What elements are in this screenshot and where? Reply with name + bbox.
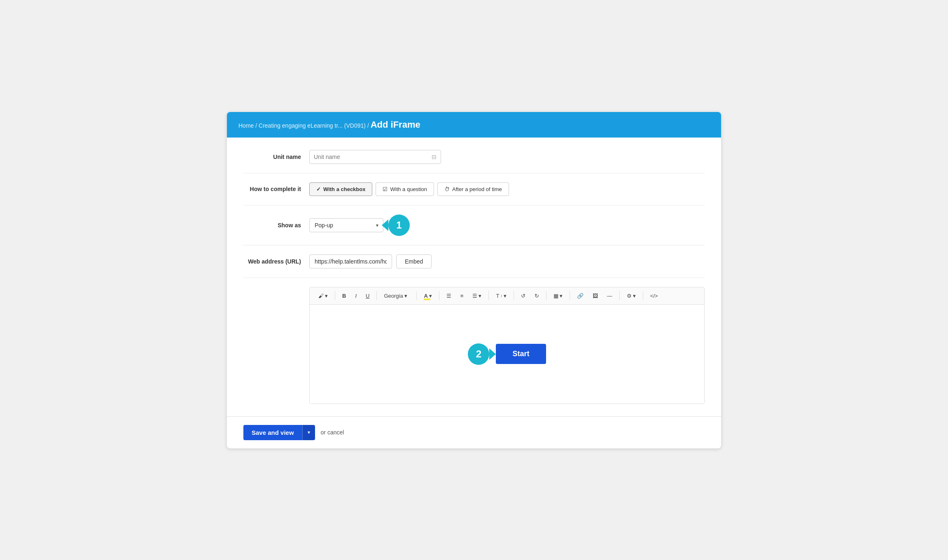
toolbar-sep-6 — [514, 291, 514, 300]
completion-time-btn[interactable]: ⏱ After a period of time — [437, 182, 509, 196]
color-letter: A — [424, 293, 427, 299]
toolbar-sep-2 — [376, 291, 377, 300]
web-address-label: Web address (URL) — [243, 258, 309, 265]
heading-btn[interactable]: T ↕ ▾ — [492, 291, 510, 301]
checkbox-icon: ✓ — [316, 186, 321, 192]
image-icon: 🖼 — [593, 293, 598, 299]
italic-btn[interactable]: I — [351, 291, 360, 301]
completion-options: ✓ With a checkbox ☑ With a question ⏱ Af… — [309, 182, 509, 196]
start-area: 2 Start — [468, 343, 546, 365]
completion-question-btn[interactable]: ☑ With a question — [376, 182, 434, 196]
save-dropdown-arrow: ▾ — [308, 429, 310, 435]
toolbar-sep-3 — [416, 291, 417, 300]
toolbar-sep-5 — [488, 291, 489, 300]
redo-icon: ↻ — [535, 293, 539, 299]
font-btn[interactable]: Georgia ▾ — [380, 291, 413, 301]
table-dropdown: ▾ — [560, 293, 563, 299]
align-btn[interactable]: ☰ ▾ — [469, 291, 485, 301]
code-btn[interactable]: </> — [647, 291, 662, 301]
font-label: Georgia — [384, 293, 403, 299]
image-btn[interactable]: 🖼 — [589, 291, 602, 301]
editor-body[interactable]: 2 Start — [310, 305, 704, 404]
save-dropdown-button[interactable]: ▾ — [302, 425, 315, 440]
link-btn[interactable]: 🔗 — [573, 291, 587, 301]
show-as-select-wrapper: Pop-up Inline Full page — [309, 218, 383, 232]
brush-dropdown: ▾ — [325, 293, 328, 299]
numbered-list-btn[interactable]: ≡ — [457, 291, 467, 301]
color-dropdown-icon: ▾ — [429, 293, 432, 299]
toolbar-sep-1 — [335, 291, 335, 300]
align-icon: ☰ — [472, 293, 477, 299]
breadcrumb-sep: / — [255, 122, 259, 129]
web-address-row: Web address (URL) Embed — [243, 254, 705, 278]
bold-btn[interactable]: B — [339, 291, 350, 301]
hr-icon: — — [607, 293, 612, 299]
numbered-icon: ≡ — [460, 293, 464, 299]
unit-name-field-wrapper: ⊟ — [309, 150, 441, 164]
callout-1: 1 — [388, 215, 410, 236]
callout-2-number: 2 — [476, 348, 481, 360]
bullet-icon: ☰ — [446, 293, 451, 299]
table-btn[interactable]: ▦ ▾ — [550, 291, 566, 301]
header: Home / Creating engaging eLearning tr...… — [227, 112, 721, 138]
toolbar-sep-4 — [439, 291, 439, 300]
breadcrumb-id: (VD091) — [344, 122, 366, 129]
cancel-text[interactable]: or cancel — [321, 429, 344, 436]
toolbar-sep-9 — [619, 291, 620, 300]
redo-btn[interactable]: ↻ — [531, 291, 543, 301]
settings-icon: ⚙ — [627, 293, 632, 299]
unit-name-label: Unit name — [243, 154, 309, 160]
table-icon: ▦ — [553, 293, 558, 299]
footer: Save and view ▾ or cancel — [227, 416, 721, 448]
color-bar — [424, 299, 430, 300]
url-input[interactable] — [309, 254, 392, 268]
completion-checkbox-btn[interactable]: ✓ With a checkbox — [309, 182, 372, 196]
toolbar-sep-8 — [570, 291, 570, 300]
underline-btn[interactable]: U — [362, 291, 373, 301]
start-button[interactable]: Start — [496, 344, 546, 364]
web-address-controls: Embed — [309, 254, 432, 268]
question-icon: ☑ — [383, 186, 388, 192]
code-icon: </> — [650, 293, 658, 299]
callout-1-number: 1 — [396, 219, 402, 231]
breadcrumb-course[interactable]: Creating engaging eLearning tr... — [259, 122, 343, 129]
toolbar-sep-7 — [546, 291, 546, 300]
embed-button[interactable]: Embed — [396, 254, 432, 268]
breadcrumb: Home / Creating engaging eLearning tr...… — [238, 122, 420, 129]
breadcrumb-home[interactable]: Home — [238, 122, 254, 129]
bullet-list-btn[interactable]: ☰ — [443, 291, 455, 301]
undo-icon: ↺ — [521, 293, 525, 299]
unit-name-input[interactable] — [314, 150, 432, 163]
unit-name-row: Unit name ⊟ — [243, 150, 705, 173]
checkbox-label: With a checkbox — [323, 186, 365, 192]
link-icon: 🔗 — [577, 293, 584, 299]
toolbar-sep-10 — [643, 291, 643, 300]
completion-label: How to complete it — [243, 186, 309, 192]
color-btn[interactable]: A ▾ — [420, 291, 435, 301]
settings-dropdown: ▾ — [633, 293, 636, 299]
show-as-row: Show as Pop-up Inline Full page 1 — [243, 215, 705, 245]
heading-icon: T — [496, 293, 499, 299]
undo-btn[interactable]: ↺ — [517, 291, 529, 301]
font-dropdown-icon: ▾ — [404, 293, 407, 299]
heading-dropdown: ▾ — [504, 293, 507, 299]
content-area: Unit name ⊟ How to complete it ✓ With a … — [227, 138, 721, 416]
show-as-controls: Pop-up Inline Full page 1 — [309, 215, 410, 236]
show-as-label: Show as — [243, 222, 309, 229]
time-icon: ⏱ — [444, 186, 450, 192]
time-label: After a period of time — [452, 186, 502, 192]
editor-section: 🖌 ▾ B I U Georgia ▾ A ▾ — [309, 287, 705, 404]
settings-btn[interactable]: ⚙ ▾ — [623, 291, 640, 301]
question-label: With a question — [390, 186, 427, 192]
show-as-select[interactable]: Pop-up Inline Full page — [309, 218, 383, 232]
hr-btn[interactable]: — — [603, 291, 616, 301]
completion-row: How to complete it ✓ With a checkbox ☑ W… — [243, 182, 705, 205]
page-title: Add iFrame — [371, 119, 420, 130]
heading-sub: ↕ — [500, 294, 502, 298]
unit-name-icon: ⊟ — [432, 154, 437, 160]
align-dropdown: ▾ — [479, 293, 481, 299]
editor-toolbar: 🖌 ▾ B I U Georgia ▾ A ▾ — [310, 287, 704, 305]
brush-btn[interactable]: 🖌 ▾ — [315, 291, 332, 301]
save-and-view-button[interactable]: Save and view — [243, 425, 302, 440]
save-btn-group: Save and view ▾ — [243, 425, 315, 440]
